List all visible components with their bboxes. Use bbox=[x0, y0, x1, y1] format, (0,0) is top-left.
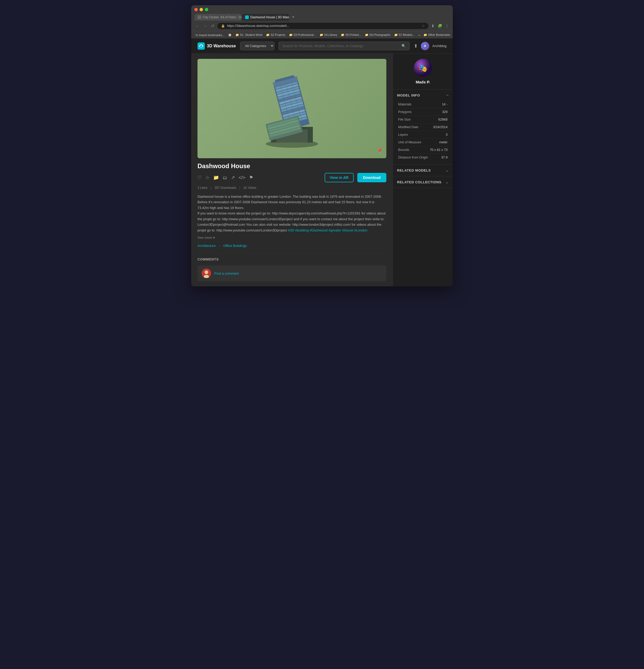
username[interactable]: Archiblog bbox=[432, 44, 447, 48]
browser-chrome: City Cluster, Kit of Parts - Desig... ✕ … bbox=[191, 5, 453, 21]
back-button[interactable]: ← bbox=[194, 23, 200, 29]
minimize-traffic-light[interactable] bbox=[199, 8, 203, 11]
model-description: Dashwood house is a lowrise office build… bbox=[197, 194, 386, 233]
comment-input-area: Post a comment bbox=[197, 266, 386, 281]
website-content: 3D Warehouse All Categories Search for P… bbox=[191, 39, 453, 286]
bookmark-s7[interactable]: 📁 S7.Models... bbox=[393, 33, 416, 37]
code-icon[interactable]: </> bbox=[239, 175, 246, 181]
tag-house[interactable]: #house bbox=[342, 228, 353, 232]
related-collections-chevron: ⌄ bbox=[446, 180, 449, 184]
collapse-model-info-button[interactable]: − bbox=[446, 93, 449, 98]
bookmark-other[interactable]: 📁 Other Bookmarks bbox=[422, 33, 451, 37]
forward-button[interactable]: → bbox=[202, 23, 208, 29]
new-tab-button[interactable]: + bbox=[290, 13, 297, 21]
stats-sep-1: | bbox=[211, 186, 211, 190]
bookmark-import[interactable]: ⭾ Import bookmarks... bbox=[194, 33, 225, 37]
breadcrumb-child[interactable]: Office Buildings bbox=[223, 244, 247, 248]
right-panel: 🎭 Mads P. MODEL INFO − Materials 14 bbox=[393, 54, 453, 286]
related-collections-section[interactable]: RELATED COLLECTIONS ⌄ bbox=[393, 176, 453, 188]
tag-building[interactable]: #building bbox=[295, 228, 309, 232]
author-name[interactable]: Mads P. bbox=[416, 80, 430, 84]
view-ar-button[interactable]: View in AR bbox=[325, 173, 354, 182]
tab-city-cluster[interactable]: City Cluster, Kit of Parts - Desig... ✕ bbox=[194, 14, 241, 21]
user-avatar[interactable]: A bbox=[421, 42, 429, 50]
action-icons-row: ♡ ☆ 📁 🗂 ↗ </> ⚑ View in AR Download bbox=[197, 173, 386, 182]
address-text: https://3dwarehouse.sketchup.com/model/t… bbox=[227, 24, 420, 28]
views-stat: 1K Views bbox=[243, 186, 256, 190]
unit-value: meter bbox=[439, 140, 448, 144]
search-placeholder: Search for Products, Models, Collections… bbox=[282, 44, 363, 48]
search-bar[interactable]: Search for Products, Models, Collections… bbox=[279, 42, 410, 50]
header-right: ⬆ A Archiblog bbox=[414, 42, 447, 50]
share-icon[interactable]: ↗ bbox=[231, 175, 235, 181]
chevron-down-icon: ▾ bbox=[213, 236, 215, 240]
bookmark-s2[interactable]: 📁 S2.Projects bbox=[265, 33, 286, 37]
location-pin: 📍 bbox=[376, 148, 383, 155]
bookmark-s1[interactable]: 📁 S1. Student Work bbox=[234, 33, 263, 37]
tab-dashwood[interactable]: Dashwood House | 3D Wareho... ✕ bbox=[242, 14, 289, 21]
breadcrumb-arrow: → bbox=[218, 244, 221, 248]
extensions-icon[interactable]: 🧩 bbox=[437, 23, 443, 29]
tab-label-dashwood: Dashwood House | 3D Wareho... bbox=[250, 15, 289, 19]
model-info-title: MODEL INFO bbox=[397, 94, 420, 97]
bounds-label: Bounds bbox=[398, 148, 409, 152]
upload-icon[interactable]: ⬆ bbox=[414, 43, 418, 49]
related-collections-title: RELATED COLLECTIONS bbox=[397, 180, 442, 184]
model-image-container: 📍 bbox=[197, 59, 386, 158]
tag-greater[interactable]: #greater bbox=[328, 228, 341, 232]
download-button[interactable]: Download bbox=[357, 173, 386, 182]
filesize-label: File Size bbox=[398, 118, 411, 122]
star-icon[interactable]: ☆ bbox=[205, 175, 210, 181]
related-models-section[interactable]: RELATED MODELS ⌄ bbox=[393, 165, 453, 176]
info-row-modified: Modified Date 3/24/2014 bbox=[397, 124, 449, 131]
bookmark-home[interactable]: 🏠 bbox=[227, 33, 233, 37]
tab-label-city: City Cluster, Kit of Parts - Desig... bbox=[203, 15, 241, 19]
layers-label: Layers bbox=[398, 133, 408, 137]
materials-arrow[interactable]: › bbox=[447, 103, 448, 106]
tag-3d[interactable]: #3D bbox=[288, 228, 294, 232]
close-traffic-light[interactable] bbox=[194, 8, 198, 11]
polygons-value: 329 bbox=[442, 110, 448, 114]
distance-value: 37.9 bbox=[441, 156, 448, 159]
bookmark-s4[interactable]: 📁 S4.Library bbox=[319, 33, 338, 37]
model-image bbox=[197, 59, 386, 158]
info-row-distance: Distance from Origin 37.9 bbox=[397, 154, 449, 161]
related-models-chevron: ⌄ bbox=[446, 168, 449, 172]
flag-icon[interactable]: ⚑ bbox=[249, 175, 253, 181]
svg-point-33 bbox=[205, 270, 208, 274]
left-panel: 📍 Dashwood House ♡ ☆ 📁 🗂 ↗ </> ⚑ View in… bbox=[191, 54, 393, 286]
modified-label: Modified Date bbox=[398, 125, 418, 129]
star-bookmark-icon[interactable]: ☆ bbox=[422, 24, 425, 28]
tag-london[interactable]: #London bbox=[354, 228, 367, 232]
tab-favicon-dashwood bbox=[245, 15, 249, 19]
folder-icon[interactable]: 📁 bbox=[213, 175, 219, 181]
like-icon[interactable]: ♡ bbox=[197, 175, 202, 181]
download-icon[interactable]: ⬇ bbox=[431, 23, 435, 29]
tag-dashwood[interactable]: #Dashwood bbox=[310, 228, 328, 232]
see-more-button[interactable]: See more ▾ bbox=[197, 236, 386, 240]
address-bar[interactable]: 🔒 https://3dwarehouse.sketchup.com/model… bbox=[218, 23, 429, 29]
archive-icon[interactable]: 🗂 bbox=[223, 175, 227, 181]
bookmark-more[interactable]: » bbox=[417, 33, 421, 37]
fullscreen-traffic-light[interactable] bbox=[205, 8, 208, 11]
browser-tabs: City Cluster, Kit of Parts - Desig... ✕ … bbox=[194, 13, 450, 21]
site-logo-text: 3D Warehouse bbox=[207, 44, 236, 48]
post-comment-link[interactable]: Post a comment bbox=[214, 271, 239, 275]
bookmark-s3[interactable]: 📁 S3.Professional... bbox=[288, 33, 317, 37]
reload-button[interactable]: ↺ bbox=[210, 23, 215, 29]
search-icon[interactable]: 🔍 bbox=[402, 44, 406, 48]
stats-sep-2: | bbox=[239, 186, 240, 190]
site-logo[interactable]: 3D Warehouse bbox=[197, 42, 236, 50]
bookmark-s5[interactable]: 📁 S5.Printed... bbox=[340, 33, 362, 37]
author-avatar[interactable]: 🎭 bbox=[414, 59, 432, 77]
materials-label: Materials bbox=[398, 102, 411, 106]
model-info-header: MODEL INFO − bbox=[397, 93, 449, 98]
breadcrumb-parent[interactable]: Architecture bbox=[197, 244, 215, 248]
tab-favicon-city bbox=[197, 15, 201, 19]
downloads-stat: 307 Downloads bbox=[214, 186, 236, 190]
category-select[interactable]: All Categories bbox=[240, 42, 275, 50]
bookmark-s6[interactable]: 📁 S6.Photographic bbox=[364, 33, 392, 37]
modified-value: 3/24/2014 bbox=[433, 125, 448, 129]
comments-title: COMMENTS bbox=[197, 257, 386, 261]
menu-icon[interactable]: ⋮ bbox=[445, 23, 450, 29]
